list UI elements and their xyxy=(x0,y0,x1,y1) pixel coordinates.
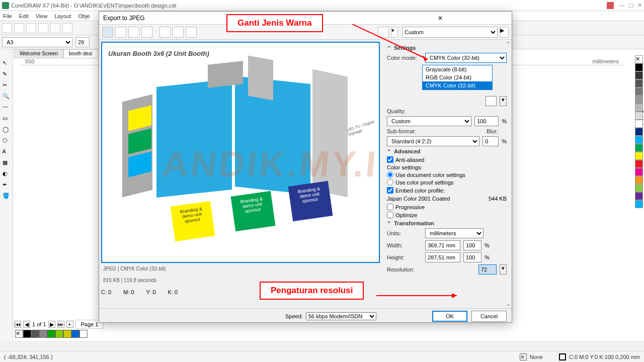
speed-select[interactable]: 56 kbps Modem/ISDN xyxy=(306,312,376,320)
new-icon[interactable] xyxy=(2,23,12,33)
tab-document[interactable]: booth desi xyxy=(63,49,98,58)
swatch[interactable] xyxy=(635,104,643,112)
units-select[interactable]: millimeters xyxy=(425,228,484,238)
subformat-select[interactable]: Standard (4:2:2) xyxy=(387,136,479,146)
white-swatch[interactable] xyxy=(79,330,88,338)
blue-swatch[interactable] xyxy=(71,330,79,338)
dialog-close-icon[interactable]: ✕ xyxy=(373,15,508,22)
scroll-down-icon[interactable]: ⌄ xyxy=(506,301,511,307)
docsettings-radio[interactable] xyxy=(387,171,393,178)
swatch[interactable] xyxy=(635,63,643,71)
colormode-select[interactable]: CMYK Color (32-bit) xyxy=(425,53,507,63)
swatch[interactable] xyxy=(635,120,643,128)
fill-tool-icon[interactable]: 🪣 xyxy=(2,192,11,201)
swatch[interactable] xyxy=(635,200,643,208)
pick-tool-icon[interactable]: ↖ xyxy=(2,59,11,68)
swatch[interactable] xyxy=(635,128,643,136)
quality-select[interactable]: Custom xyxy=(387,116,471,126)
freehand-tool-icon[interactable]: 〰 xyxy=(2,104,11,113)
view-4pane-icon[interactable] xyxy=(141,27,152,38)
close-icon[interactable]: ✕ xyxy=(637,2,642,9)
view-2pane-icon[interactable] xyxy=(115,27,126,38)
zoom-fit-icon[interactable] xyxy=(159,27,171,38)
menu-view[interactable]: View xyxy=(36,13,48,19)
view-1pane-icon[interactable] xyxy=(102,27,113,38)
zoom-out-icon[interactable] xyxy=(186,27,197,38)
swatch[interactable] xyxy=(635,112,643,120)
progressive-checkbox[interactable] xyxy=(387,204,393,210)
save-icon[interactable] xyxy=(26,23,36,33)
menu-object[interactable]: Obje xyxy=(78,13,90,19)
rectangle-tool-icon[interactable]: ▭ xyxy=(2,115,11,124)
papersize-select[interactable]: A3 xyxy=(2,37,72,47)
minimize-icon[interactable]: — xyxy=(619,2,624,9)
antialiased-checkbox[interactable] xyxy=(387,156,393,163)
option-cmyk[interactable]: CMYK Color (32-bit) xyxy=(423,81,492,89)
copy-icon[interactable] xyxy=(62,23,72,33)
menu-layout[interactable]: Layout xyxy=(54,13,71,19)
print-icon[interactable] xyxy=(38,23,48,33)
nocolor-swatch[interactable]: ✕ xyxy=(15,330,23,338)
tab-welcome[interactable]: Welcome Screen xyxy=(14,49,63,58)
prev-page-icon[interactable]: ◀ xyxy=(23,321,30,328)
cancel-button[interactable]: Cancel xyxy=(471,311,507,322)
height-input[interactable] xyxy=(425,252,460,262)
swatch[interactable] xyxy=(635,160,643,168)
option-grayscale[interactable]: Grayscale (8-bit) xyxy=(423,65,492,73)
width-pct-input[interactable] xyxy=(463,240,481,250)
matte-dropdown-icon[interactable]: ▾ xyxy=(500,96,507,106)
resolution-input[interactable] xyxy=(478,264,497,275)
res-dropdown-icon[interactable]: ▾ xyxy=(500,264,507,275)
swatch[interactable] xyxy=(635,79,643,87)
crop-tool-icon[interactable]: ✂ xyxy=(2,81,11,90)
black-swatch[interactable] xyxy=(23,330,31,338)
last-page-icon[interactable]: ⏭ xyxy=(57,321,64,328)
matte-swatch[interactable] xyxy=(486,96,497,106)
dim-input[interactable] xyxy=(75,37,90,47)
optimize-checkbox[interactable] xyxy=(387,212,393,218)
swatch[interactable] xyxy=(635,176,643,184)
swatch[interactable] xyxy=(635,192,643,200)
proofsettings-radio[interactable] xyxy=(387,179,393,186)
preset-next-icon[interactable]: ▶ xyxy=(500,27,509,38)
view-3pane-icon[interactable] xyxy=(128,27,139,38)
blur-input[interactable] xyxy=(482,136,499,146)
ok-button[interactable]: OK xyxy=(432,311,467,322)
swatch[interactable] xyxy=(635,168,643,176)
width-input[interactable] xyxy=(425,240,460,250)
swatch[interactable] xyxy=(635,96,643,104)
option-rgb[interactable]: RGB Color (24-bit) xyxy=(423,73,492,81)
lime-swatch[interactable] xyxy=(55,330,63,338)
ellipse-tool-icon[interactable]: ◯ xyxy=(2,126,11,135)
swatch[interactable]: ✕ xyxy=(635,55,643,63)
transparency-icon[interactable]: ◐ xyxy=(2,170,11,179)
quality-input[interactable] xyxy=(474,116,499,126)
eyedropper-icon[interactable]: ✒ xyxy=(2,181,11,190)
green-swatch[interactable] xyxy=(47,330,55,338)
embedprofile-checkbox[interactable] xyxy=(387,187,393,194)
menu-edit[interactable]: Edit xyxy=(19,13,29,19)
height-pct-input[interactable] xyxy=(463,252,481,262)
shape-tool-icon[interactable]: ✎ xyxy=(2,70,11,79)
maximize-icon[interactable]: ▢ xyxy=(628,2,633,9)
swatch[interactable] xyxy=(635,152,643,160)
user-icon[interactable] xyxy=(607,2,614,9)
cut-icon[interactable] xyxy=(50,23,60,33)
section-advanced[interactable]: Advanced xyxy=(387,148,507,154)
swatch[interactable] xyxy=(635,184,643,192)
swatch[interactable] xyxy=(635,71,643,79)
first-page-icon[interactable]: ⏮ xyxy=(14,321,21,328)
gray-swatch[interactable] xyxy=(31,330,39,338)
swatch[interactable] xyxy=(635,87,643,96)
drop-shadow-icon[interactable]: ▦ xyxy=(2,159,11,168)
polygon-tool-icon[interactable]: ⬠ xyxy=(2,137,11,146)
scroll-up-icon[interactable]: ⌃ xyxy=(506,41,511,47)
next-page-icon[interactable]: ▶ xyxy=(48,321,55,328)
lgray-swatch[interactable] xyxy=(39,330,47,338)
menu-file[interactable]: File xyxy=(3,13,12,19)
zoom-in-icon[interactable] xyxy=(173,27,184,38)
text-tool-icon[interactable]: A xyxy=(2,148,11,157)
swatch[interactable] xyxy=(635,136,643,144)
yellow-swatch[interactable] xyxy=(63,330,71,338)
add-page-icon[interactable]: + xyxy=(66,321,73,328)
